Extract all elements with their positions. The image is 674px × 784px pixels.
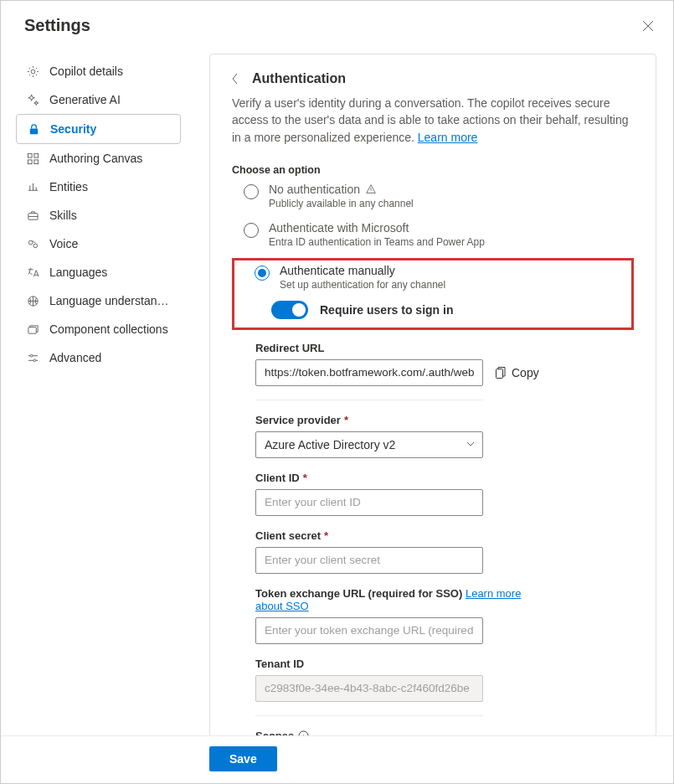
svg-rect-13: [496, 369, 503, 378]
briefcase-icon: [26, 209, 39, 222]
gear-icon: [26, 64, 39, 78]
footer: Save: [1, 735, 673, 783]
svg-rect-5: [33, 159, 38, 163]
tenant-id-input: [255, 675, 483, 702]
svg-rect-2: [28, 153, 32, 157]
redirect-url-input[interactable]: [255, 359, 483, 386]
sidebar-item-security[interactable]: Security: [16, 114, 181, 144]
close-icon[interactable]: [641, 19, 655, 33]
learn-more-link[interactable]: Learn more: [418, 131, 478, 144]
sidebar-item-label: Generative AI: [49, 93, 121, 106]
svg-point-11: [30, 354, 33, 357]
separator: [255, 715, 483, 716]
description: Verify a user's identity during a conver…: [232, 95, 634, 146]
svg-rect-1: [29, 128, 37, 134]
sliders-icon: [26, 351, 39, 364]
sidebar-item-label: Language understandi...: [49, 294, 171, 307]
main-title: Authentication: [252, 71, 346, 86]
sidebar-item-copilot-details[interactable]: Copilot details: [16, 57, 181, 85]
sidebar-item-advanced[interactable]: Advanced: [16, 343, 181, 372]
option-authenticate-microsoft[interactable]: Authenticate with Microsoft Entra ID aut…: [244, 221, 634, 248]
entities-icon: [26, 180, 39, 193]
sparkle-icon: [26, 93, 39, 106]
svg-rect-4: [28, 159, 32, 163]
brain-icon: [26, 294, 39, 307]
sidebar-item-label: Authoring Canvas: [49, 152, 142, 165]
tenant-id-label: Tenant ID: [255, 658, 634, 670]
redirect-url-label: Redirect URL: [255, 342, 634, 354]
sidebar-item-skills[interactable]: Skills: [16, 201, 181, 230]
sidebar-item-voice[interactable]: Voice: [16, 230, 181, 258]
client-id-label: Client ID *: [255, 472, 634, 484]
client-secret-label: Client secret *: [255, 529, 634, 542]
radio-no-auth[interactable]: [244, 184, 259, 199]
option-authenticate-manually[interactable]: Authenticate manually Set up authenticat…: [255, 264, 623, 291]
sidebar-item-language-understanding[interactable]: Language understandi...: [16, 286, 181, 315]
choose-option-label: Choose an option: [232, 164, 634, 176]
copy-button[interactable]: Copy: [495, 366, 539, 379]
layout-icon: [26, 152, 39, 165]
separator: [255, 400, 483, 400]
require-sign-in-toggle[interactable]: [271, 301, 308, 319]
sidebar-item-label: Copilot details: [49, 64, 123, 78]
collection-icon: [26, 322, 39, 336]
page-title: Settings: [24, 16, 90, 35]
voice-icon: [26, 237, 39, 250]
token-exchange-label: Token exchange URL (required for SSO) Le…: [255, 587, 523, 612]
lock-icon: [27, 122, 40, 136]
client-id-input[interactable]: [255, 489, 483, 516]
sidebar-item-generative-ai[interactable]: Generative AI: [16, 85, 181, 114]
radio-manual-auth[interactable]: [255, 266, 270, 281]
radio-ms-auth[interactable]: [244, 223, 259, 238]
toggle-label: Require users to sign in: [320, 303, 453, 317]
service-provider-label: Service provider *: [255, 414, 634, 426]
back-icon[interactable]: [232, 73, 242, 85]
sidebar: Copilot details Generative AI Security A…: [1, 47, 196, 737]
svg-point-12: [33, 358, 35, 361]
sidebar-item-label: Skills: [49, 209, 77, 222]
copy-icon: [495, 366, 507, 379]
svg-point-0: [31, 70, 35, 74]
sidebar-item-label: Security: [50, 122, 96, 136]
sidebar-item-component-collections[interactable]: Component collections: [16, 315, 181, 343]
language-icon: [26, 266, 39, 279]
save-button[interactable]: Save: [209, 746, 277, 771]
service-provider-select[interactable]: Azure Active Directory v2: [255, 431, 483, 458]
warning-icon: [365, 183, 377, 195]
svg-point-8: [33, 244, 37, 248]
sidebar-item-label: Advanced: [49, 351, 101, 364]
sidebar-item-label: Component collections: [49, 322, 168, 336]
svg-point-7: [28, 240, 33, 245]
client-secret-input[interactable]: [255, 547, 483, 574]
sidebar-item-entities[interactable]: Entities: [16, 173, 181, 201]
token-exchange-input[interactable]: [255, 617, 483, 644]
sidebar-item-label: Voice: [49, 237, 78, 250]
main-panel: Authentication Verify a user's identity …: [209, 54, 656, 737]
svg-rect-3: [33, 153, 38, 157]
svg-rect-10: [28, 327, 35, 333]
option-no-authentication[interactable]: No authentication Publicly available in …: [244, 183, 634, 209]
sidebar-item-label: Languages: [49, 266, 107, 279]
sidebar-item-label: Entities: [49, 180, 88, 193]
chevron-down-icon: [466, 439, 476, 449]
sidebar-item-authoring-canvas[interactable]: Authoring Canvas: [16, 144, 181, 173]
sidebar-item-languages[interactable]: Languages: [16, 258, 181, 286]
highlighted-region: Authenticate manually Set up authenticat…: [232, 258, 634, 330]
